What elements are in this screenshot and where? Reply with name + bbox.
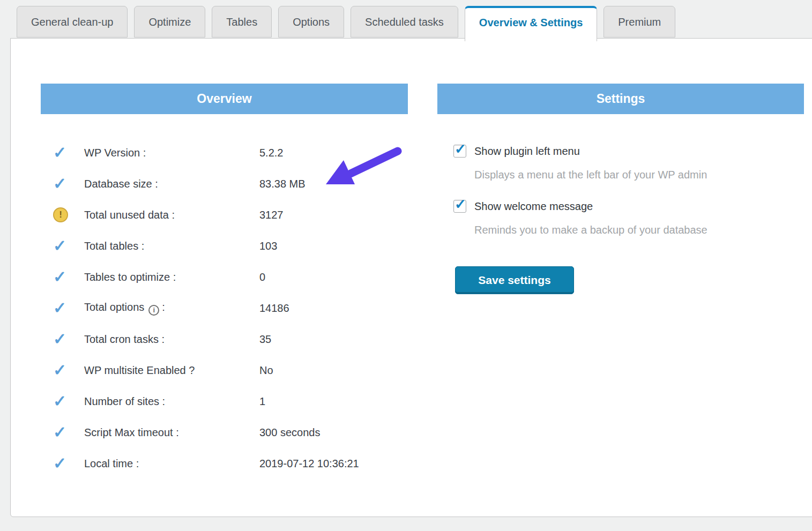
overview-header: Overview	[41, 84, 408, 114]
option-description: Displays a menu at the left bar of your …	[474, 168, 802, 182]
plugin-settings-page: General clean-up Optimize Tables Options…	[0, 0, 812, 531]
row-value: 103	[259, 240, 277, 252]
row-label: Total options	[84, 301, 144, 313]
overview-row: ! Total unused data : 3127	[41, 199, 416, 230]
tab[interactable]: Optimize	[134, 6, 205, 38]
check-icon: ✓	[53, 392, 66, 410]
checkbox-check-icon: ✓	[455, 197, 466, 211]
tab[interactable]: Scheduled tasks	[351, 6, 458, 38]
row-label: WP multisite Enabled ?	[84, 364, 195, 376]
check-icon: ✓	[53, 361, 66, 379]
tab-bar: General clean-up Optimize Tables Options…	[17, 6, 675, 40]
overview-row: ✓ Total optionsi: 14186	[41, 293, 416, 324]
tab-label: General clean-up	[31, 16, 113, 28]
row-value: 2019-07-12 10:36:21	[259, 458, 359, 470]
row-value: 14186	[259, 302, 289, 315]
overview-row: ✓ Number of sites : 1	[41, 386, 416, 417]
check-icon: ✓	[53, 237, 66, 255]
option-label: Show plugin left menu	[474, 145, 580, 158]
overview-row: ✓ Script Max timeout : 300 seconds	[41, 417, 416, 448]
tab-label: Options	[293, 16, 330, 28]
row-value: 3127	[259, 209, 284, 221]
tab[interactable]: Tables	[212, 6, 272, 38]
row-label: Total cron tasks :	[84, 333, 165, 345]
overview-row: ✓ Database size : 83.38 MB	[41, 168, 416, 199]
row-label: WP Version :	[84, 147, 146, 159]
overview-row: ✓ Tables to optimize : 0	[41, 261, 416, 293]
row-label: Tables to optimize :	[84, 271, 176, 283]
option-description: Reminds you to make a backup of your dat…	[474, 223, 802, 237]
row-label-suffix: :	[162, 301, 165, 313]
row-label: Number of sites :	[84, 395, 165, 407]
content-panel: Overview ✓ WP Version : 5.2.2 ✓ Database…	[10, 38, 812, 517]
tab-active[interactable]: Overview & Settings	[465, 6, 597, 41]
info-icon[interactable]: i	[148, 305, 159, 316]
tab-label: Premium	[618, 16, 661, 28]
check-icon: ✓	[53, 330, 66, 348]
check-icon: ✓	[53, 175, 66, 192]
row-value: No	[259, 364, 273, 377]
row-label: Local time :	[84, 458, 139, 469]
row-label: Script Max timeout :	[84, 427, 179, 438]
check-icon: ✓	[53, 144, 66, 161]
overview-row: ✓ WP multisite Enabled ? No	[41, 355, 416, 386]
settings-options: ✓ Show plugin left menu Displays a menu …	[453, 144, 802, 254]
warning-icon: !	[53, 207, 68, 222]
option-label: Show welcome message	[474, 200, 593, 213]
tab[interactable]: Options	[278, 6, 344, 38]
row-value: 300 seconds	[259, 427, 320, 439]
settings-option: ✓ Show welcome message Reminds you to ma…	[453, 199, 802, 237]
settings-option: ✓ Show plugin left menu Displays a menu …	[453, 144, 802, 182]
check-icon: ✓	[53, 268, 66, 286]
checkbox-check-icon: ✓	[455, 142, 466, 156]
save-settings-button[interactable]: Save settings	[455, 266, 574, 294]
row-label: Database size :	[84, 178, 158, 190]
tab-label: Overview & Settings	[479, 17, 583, 28]
row-label: Total tables :	[84, 240, 144, 252]
check-icon: ✓	[53, 454, 66, 472]
row-value: 1	[259, 395, 265, 408]
row-value: 0	[259, 271, 265, 283]
checkbox-row[interactable]: ✓ Show welcome message	[453, 199, 802, 214]
check-icon: ✓	[53, 299, 66, 317]
overview-rows: ✓ WP Version : 5.2.2 ✓ Database size : 8…	[41, 137, 416, 479]
tab[interactable]: Premium	[604, 6, 675, 38]
check-icon: ✓	[53, 423, 66, 441]
overview-row: ✓ Total tables : 103	[41, 230, 416, 261]
row-value: 5.2.2	[259, 147, 283, 159]
tab-label: Scheduled tasks	[365, 16, 444, 28]
row-label: Total unused data :	[84, 209, 175, 221]
checkbox-row[interactable]: ✓ Show plugin left menu	[453, 144, 802, 159]
row-value: 83.38 MB	[259, 178, 306, 190]
checkbox[interactable]: ✓	[453, 145, 466, 158]
settings-header: Settings	[437, 84, 804, 114]
overview-row: ✓ Local time : 2019-07-12 10:36:21	[41, 448, 416, 479]
tab[interactable]: General clean-up	[17, 6, 128, 38]
checkbox[interactable]: ✓	[453, 200, 466, 213]
row-value: 35	[259, 333, 271, 346]
tab-label: Tables	[226, 16, 257, 28]
overview-row: ✓ Total cron tasks : 35	[41, 324, 416, 355]
overview-row: ✓ WP Version : 5.2.2	[41, 137, 416, 168]
tab-label: Optimize	[148, 16, 191, 28]
